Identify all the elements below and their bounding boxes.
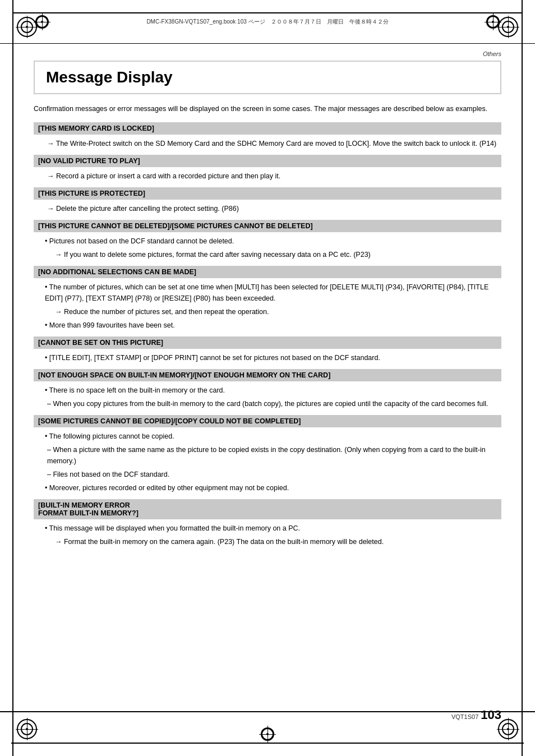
section-content-s9: • This message will be displayed when yo… [34,523,501,547]
section-content-s8: • The following pictures cannot be copie… [34,431,501,494]
section-content-s1: → The Write-Protect switch on the SD Mem… [34,138,501,149]
section-header-s6: [CANNOT BE SET ON THIS PICTURE] [34,336,501,349]
left-border-line [12,0,13,756]
title-box: Message Display [34,61,501,94]
section-content-s7: • There is no space left on the built-in… [34,385,501,409]
page-title: Message Display [46,68,489,86]
section-content-s5: • The number of pictures, which can be s… [34,282,501,331]
section-header-s4: [THIS PICTURE CANNOT BE DELETED]/[SOME P… [34,220,501,232]
section-header-s3: [THIS PICTURE IS PROTECTED] [34,187,501,200]
strip-reg-right [485,13,501,30]
section-s5-item3: • More than 999 favourites have been set… [38,320,497,331]
section-s9-item2: → Format the built-in memory on the came… [38,536,497,547]
section-header-s7: [NOT ENOUGH SPACE ON BUILT-IN MEMORY]/[N… [34,369,501,381]
section-s4-item2: → If you want to delete some pictures, f… [38,249,497,260]
section-s9-item1: • This message will be displayed when yo… [38,523,497,534]
section-header-s5: [NO ADDITIONAL SELECTIONS CAN BE MADE] [34,266,501,278]
section-s2-item1: → Record a picture or insert a card with… [38,170,497,182]
section-s8-item3: – Files not based on the DCF standard. [38,469,497,480]
section-s8-item1: • The following pictures cannot be copie… [38,431,497,442]
header-file-info: DMC-FX38GN-VQT1S07_eng.book 103 ページ ２００８… [62,18,473,26]
section-s6-item1: • [TITLE EDIT], [TEXT STAMP] or [DPOF PR… [38,352,497,363]
section-s1-item1: → The Write-Protect switch on the SD Mem… [38,138,497,149]
section-s3-item1: → Delete the picture after cancelling th… [38,203,497,214]
section-content-s6: • [TITLE EDIT], [TEXT STAMP] or [DPOF PR… [34,352,501,363]
section-header-s9: [BUILT-IN MEMORY ERROR FORMAT BUILT-IN M… [34,499,501,519]
section-header-s1: [THIS MEMORY CARD IS LOCKED] [34,122,501,135]
section-s5-item2: → Reduce the number of pictures set, and… [38,306,497,317]
section-s7-item1: • There is no space left on the built-in… [38,385,497,396]
section-s4-item1: • Pictures not based on the DCF standard… [38,236,497,247]
section-s8-item4: • Moreover, pictures recorded or edited … [38,482,497,494]
right-border-line [522,0,523,756]
bottom-strip [0,711,535,756]
section-content-s3: → Delete the picture after cancelling th… [34,203,501,214]
strip-reg-left [34,13,50,30]
main-content: Message Display Confirmation messages or… [0,44,535,587]
section-header-s2: [NO VALID PICTURE TO PLAY] [34,155,501,167]
section-content-s4: • Pictures not based on the DCF standard… [34,236,501,260]
section-header-s8: [SOME PICTURES CANNOT BE COPIED]/[COPY C… [34,415,501,427]
intro-text: Confirmation messages or error messages … [34,103,501,114]
bottom-reg-center [259,726,276,743]
section-content-s2: → Record a picture or insert a card with… [34,170,501,182]
section-label: Others [483,50,501,57]
section-s8-item2: – When a picture with the same name as t… [38,444,497,467]
section-s5-item1: • The number of pictures, which can be s… [38,282,497,304]
top-strip: DMC-FX38GN-VQT1S07_eng.book 103 ページ ２００８… [0,0,535,44]
section-s7-item2: – When you copy pictures from the built-… [38,398,497,409]
page: DMC-FX38GN-VQT1S07_eng.book 103 ページ ２００８… [0,0,535,756]
